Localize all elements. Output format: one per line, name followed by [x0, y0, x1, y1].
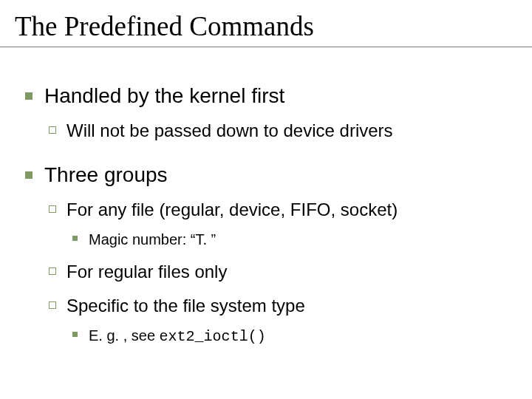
subbullet-text: Specific to the file system type	[66, 296, 305, 316]
subbullet-for-any-file: For any file (regular, device, FIFO, soc…	[44, 198, 510, 249]
bullet-three-groups: Three groups For any file (regular, devi…	[22, 162, 510, 346]
bullet-text: Three groups	[44, 163, 168, 186]
subsub-text: Magic number: “T. ”	[89, 231, 216, 248]
bullet-list-level-3: E. g. , see ext2_ioctl()	[66, 326, 510, 347]
eg-pre: E. g. , see	[89, 327, 160, 344]
slide-body: Handled by the kernel first Will not be …	[0, 47, 532, 347]
bullet-list-level-2: Will not be passed down to device driver…	[44, 119, 510, 143]
slide: The Predefined Commands Handled by the k…	[0, 0, 532, 399]
title-wrap: The Predefined Commands	[0, 0, 532, 47]
bullet-text: Handled by the kernel first	[44, 84, 284, 107]
subsub-eg-ext2: E. g. , see ext2_ioctl()	[66, 326, 510, 347]
bullet-list-level-1: Handled by the kernel first Will not be …	[22, 83, 510, 347]
subbullet-fs-type-specific: Specific to the file system type E. g. ,…	[44, 294, 510, 346]
subbullet-text: For any file (regular, device, FIFO, soc…	[66, 200, 398, 219]
subbullet-text: Will not be passed down to device driver…	[66, 120, 393, 140]
subbullet-not-passed: Will not be passed down to device driver…	[44, 119, 510, 143]
subsub-magic-number: Magic number: “T. ”	[66, 230, 510, 250]
eg-code: ext2_ioctl()	[160, 328, 266, 345]
bullet-handled-by-kernel: Handled by the kernel first Will not be …	[22, 83, 510, 143]
subbullet-text: For regular files only	[66, 262, 227, 282]
slide-title: The Predefined Commands	[15, 10, 517, 42]
bullet-list-level-3: Magic number: “T. ”	[66, 230, 510, 250]
bullet-list-level-2: For any file (regular, device, FIFO, soc…	[44, 198, 510, 346]
subbullet-regular-files-only: For regular files only	[44, 260, 510, 284]
